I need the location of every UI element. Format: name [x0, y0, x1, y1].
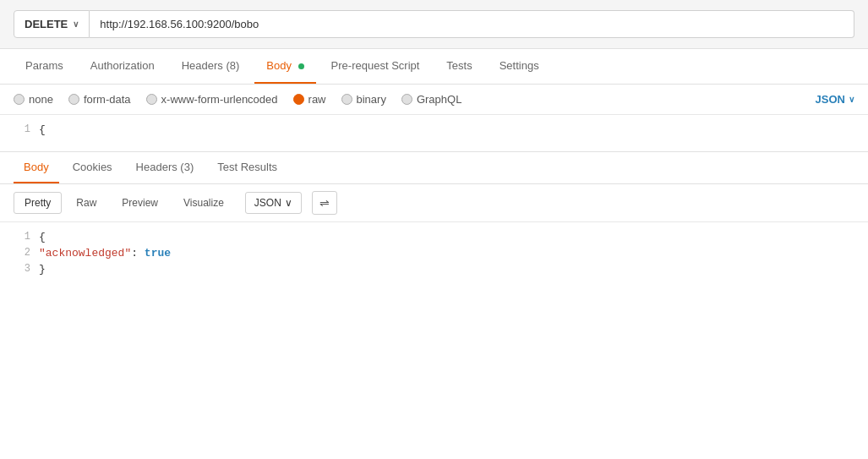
- line-num-1: 1: [7, 123, 30, 135]
- resp-line-1: 1 {: [0, 229, 868, 245]
- option-binary[interactable]: binary: [341, 93, 386, 106]
- resp-line-num-2: 2: [7, 247, 30, 259]
- resp-tab-headers[interactable]: Headers (3): [126, 152, 205, 183]
- radio-binary: [341, 94, 352, 105]
- method-selector[interactable]: DELETE ∨: [14, 10, 90, 38]
- resp-tab-cookies[interactable]: Cookies: [63, 152, 123, 183]
- response-body: 1 { 2 "acknowledged": true 3 }: [0, 222, 868, 284]
- radio-none: [14, 94, 25, 105]
- tab-params[interactable]: Params: [14, 49, 75, 84]
- tab-body[interactable]: Body: [254, 49, 315, 84]
- json-type-selector[interactable]: JSON ∨: [816, 93, 854, 106]
- radio-raw: [293, 94, 304, 105]
- fmt-btn-preview[interactable]: Preview: [111, 192, 169, 214]
- fmt-btn-raw[interactable]: Raw: [65, 192, 107, 214]
- response-toolbar: Pretty Raw Preview Visualize JSON ∨ ⇌: [0, 184, 868, 222]
- json-type-chevron: ∨: [849, 95, 854, 104]
- tab-prerequest[interactable]: Pre-request Script: [319, 49, 432, 84]
- editor-line-1: 1 {: [0, 122, 868, 138]
- option-none[interactable]: none: [14, 93, 53, 106]
- request-editor[interactable]: 1 {: [0, 115, 868, 152]
- tab-tests[interactable]: Tests: [434, 49, 483, 84]
- wrap-btn[interactable]: ⇌: [312, 191, 337, 215]
- resp-line-3: 3 }: [0, 261, 868, 277]
- tab-headers[interactable]: Headers (8): [170, 49, 252, 84]
- body-options: none form-data x-www-form-urlencoded raw…: [0, 85, 868, 115]
- request-tabs: Params Authorization Headers (8) Body Pr…: [0, 49, 868, 85]
- tab-settings[interactable]: Settings: [488, 49, 551, 84]
- tab-authorization[interactable]: Authorization: [79, 49, 167, 84]
- fmt-btn-visualize[interactable]: Visualize: [172, 192, 235, 214]
- fmt-btn-pretty[interactable]: Pretty: [14, 192, 62, 214]
- option-urlencoded[interactable]: x-www-form-urlencoded: [146, 93, 278, 106]
- option-graphql[interactable]: GraphQL: [401, 93, 461, 106]
- resp-brace-close: }: [39, 263, 46, 276]
- resp-tab-test-results[interactable]: Test Results: [207, 152, 287, 183]
- wrap-icon: ⇌: [319, 196, 330, 210]
- url-bar: DELETE ∨: [0, 0, 868, 49]
- radio-graphql: [401, 94, 412, 105]
- resp-line-num-3: 3: [7, 263, 30, 275]
- editor-brace-open: {: [39, 123, 46, 136]
- radio-form-data: [68, 94, 79, 105]
- option-raw[interactable]: raw: [293, 93, 326, 106]
- url-input[interactable]: [90, 10, 854, 38]
- method-label: DELETE: [25, 18, 68, 30]
- body-active-dot: [298, 63, 304, 69]
- resp-line-num-1: 1: [7, 231, 30, 243]
- resp-brace-open: {: [39, 231, 46, 243]
- resp-json-chevron: ∨: [285, 197, 292, 209]
- method-chevron: ∨: [73, 19, 79, 29]
- option-form-data[interactable]: form-data: [68, 93, 131, 106]
- radio-urlencoded: [146, 94, 157, 105]
- resp-kv: "acknowledged": true: [39, 247, 171, 260]
- response-tabs: Body Cookies Headers (3) Test Results: [0, 152, 868, 184]
- resp-line-2: 2 "acknowledged": true: [0, 245, 868, 261]
- response-json-selector[interactable]: JSON ∨: [245, 192, 302, 214]
- json-key: "acknowledged": [39, 247, 131, 260]
- json-value: true: [145, 247, 171, 260]
- resp-tab-body[interactable]: Body: [14, 152, 59, 183]
